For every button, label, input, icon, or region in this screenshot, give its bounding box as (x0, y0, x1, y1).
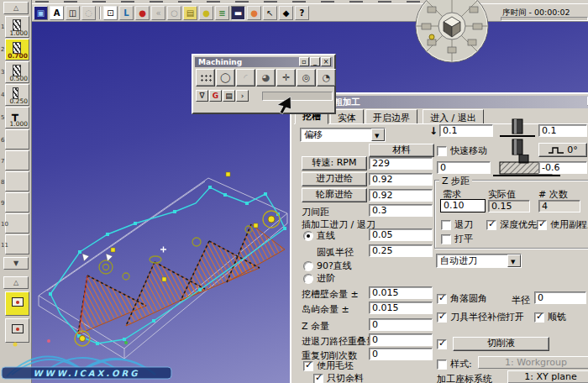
spindle-rpm-button[interactable]: 转速: RPM (302, 156, 367, 171)
tool-list-scroll-down[interactable]: ▼ (3, 257, 29, 270)
palette-close-icon[interactable]: × (321, 57, 331, 66)
repeat-cut-field[interactable]: 0 (369, 348, 433, 360)
profile-tool-icon[interactable]: ◯ (216, 69, 235, 87)
blank-part-icon[interactable]: ● (199, 6, 213, 20)
view-compass-wheel[interactable] (414, 0, 490, 64)
climb-mill-checkbox[interactable]: 顺铣 (534, 311, 566, 323)
display-settings-icon[interactable]: ▣ (34, 6, 48, 20)
copy-icon-disabled[interactable]: « (151, 6, 165, 20)
clearance-up-field[interactable]: 0.1 (538, 124, 587, 137)
main-toolbar: ▣ A ◫ ◌ ⊡ L ● « ○ ▤ ● ≡ ▬ ● ↖ ◆ ? 序时间 - … (32, 3, 588, 22)
simulator-button[interactable] (5, 291, 29, 316)
flatten-checkbox[interactable]: 打平 (441, 233, 473, 245)
radio-label: 进阶 (317, 272, 335, 285)
arc-radius-field[interactable]: 0.25 (369, 244, 433, 257)
tool-number: 3 (1, 69, 4, 76)
island-stock-field[interactable]: 0.015 (369, 302, 433, 314)
tab-entry-exit[interactable]: 进入 / 退出 (423, 109, 484, 124)
contour-feed-field[interactable]: 0.92 (369, 189, 433, 202)
surface-mill-icon[interactable]: ◜ (236, 69, 255, 87)
tab-open-boundary[interactable]: 开启边界 (365, 109, 417, 124)
tool-slot-2-selected[interactable]: 2 0.700 (5, 39, 29, 60)
tool-slot-8-empty[interactable]: 8 (5, 171, 29, 192)
offset-dropdown[interactable]: 偏移 (300, 128, 386, 142)
cutter-comp-checkbox[interactable]: 刀具半径补偿打开 (437, 311, 524, 323)
palette-pin-icon[interactable]: ▫ (299, 57, 309, 66)
pick-arrow-icon[interactable]: ↖ (263, 6, 277, 20)
circle-icon-disabled[interactable]: ○ (167, 6, 181, 20)
material-button[interactable]: 材料 (369, 144, 434, 157)
wall-stock-field[interactable]: 0.015 (369, 286, 433, 299)
rough-mill-icon[interactable]: ✛ (276, 69, 296, 87)
curve-tool-icon[interactable]: L (119, 6, 134, 20)
line-approach-radio[interactable]: 直线 (303, 229, 335, 242)
tool-list-scroll-up[interactable]: △ (3, 2, 29, 14)
tool-slot-6-empty[interactable]: 6 (5, 129, 29, 150)
required-step-field[interactable]: 0.10 (440, 199, 486, 212)
drill-cycle-icon[interactable]: ◎ (297, 69, 316, 87)
t-slot-cutter-icon: ┳ (12, 108, 18, 121)
chevron-down-icon[interactable] (507, 254, 521, 267)
tool-slot-4[interactable]: 4 0.250 (5, 84, 29, 106)
tool-slot-3[interactable]: 3 0.500 (5, 61, 29, 83)
point-pattern-tool-icon[interactable] (196, 69, 215, 87)
expand-arrow-icon[interactable]: › (236, 90, 249, 102)
palette-minimize-icon[interactable]: _ (310, 57, 320, 66)
tool-slot-9-empty[interactable]: 9 (5, 192, 29, 212)
simulation-icon[interactable]: ● (135, 6, 150, 20)
use-stock-checkbox[interactable]: 使用毛坯 (303, 359, 354, 372)
subprogram-checkbox[interactable]: 使用副程序 (537, 218, 588, 231)
retract-checkbox[interactable]: 退刀 (441, 218, 473, 231)
corner-fillet-checkbox[interactable]: 角落圆角 (437, 292, 487, 305)
layers-icon[interactable]: ≡ (215, 6, 229, 20)
rapid-move-checkbox[interactable]: 快速移动 (437, 144, 487, 157)
overlap-field[interactable]: 0 (369, 333, 433, 346)
radio-label: 直线 (317, 229, 335, 242)
filter-icon[interactable]: ∇ (196, 90, 208, 102)
tool-slot-11-empty[interactable]: 11 (5, 234, 29, 254)
corner-select-icon[interactable]: ◆ (279, 6, 293, 20)
stepover-field[interactable]: 0.3 (369, 204, 433, 217)
tool-slot-5[interactable]: 5 ┳ 1.000 (5, 107, 29, 129)
plunge-feed-field[interactable]: 0.92 (369, 173, 433, 186)
point-snap-icon[interactable]: ⊡ (103, 6, 118, 20)
annotation-icon[interactable]: A (50, 6, 64, 20)
coolant-button[interactable]: 切削液 (453, 337, 549, 351)
edit-path-icon[interactable]: ▤ (223, 90, 235, 102)
post-processor-button[interactable] (5, 318, 29, 343)
tool-slot-7-empty[interactable]: 7 (5, 150, 29, 171)
dialog-titlebar[interactable]: 程序 #1 粗加工 (293, 96, 588, 108)
chevron-down-icon[interactable] (371, 129, 385, 141)
fillet-radius-field[interactable]: 0 (534, 291, 586, 304)
contour-mill-icon[interactable]: ◔ (317, 69, 336, 87)
toolbar-separator (99, 7, 101, 19)
view-cube-icon[interactable]: ◫ (66, 6, 80, 20)
rest-material-checkbox[interactable]: 只切余料 (313, 372, 364, 383)
material-icon[interactable]: ● (247, 6, 261, 20)
tool-slot-10-empty[interactable]: 10 (5, 213, 29, 233)
coolant-checkbox[interactable] (437, 339, 447, 349)
plunge-feed-button[interactable]: 进刀进给 (302, 172, 367, 186)
entry-mode-dropdown[interactable]: 自动进刀 (436, 254, 522, 268)
depth-first-checkbox[interactable]: 深度优先 (486, 218, 537, 231)
top-z-field[interactable]: 0 (437, 161, 491, 174)
machine-cs-button[interactable]: 1: XY plane (507, 370, 588, 383)
gcode-icon[interactable]: G (209, 90, 222, 102)
pocket-mill-icon[interactable]: ◕ (256, 69, 276, 87)
line-length-field[interactable]: 0.05 (369, 228, 433, 241)
advanced-approach-radio[interactable]: 进阶 (303, 272, 335, 285)
light-toggle-icon[interactable] (429, 34, 434, 39)
spindle-rpm-field[interactable]: 229 (369, 157, 433, 170)
stock-box-icon[interactable]: ▤ (183, 6, 197, 20)
mode-scroll-up[interactable]: △ (3, 276, 29, 289)
bottom-z-field[interactable]: -0.6 (538, 161, 587, 174)
shading-icon[interactable]: ◌ (81, 6, 96, 20)
z-stock-field[interactable]: 0 (369, 318, 433, 331)
style-checkbox[interactable]: 样式: (437, 358, 472, 370)
contour-feed-button[interactable]: 轮廓进给 (302, 188, 367, 202)
clearance-down-field[interactable]: 0.1 (439, 124, 493, 137)
line90-approach-radio[interactable]: 90?直线 (303, 260, 352, 272)
tool-slot-1[interactable]: 1 1.000 (5, 16, 29, 38)
screen-flag-icon[interactable]: ▬ (231, 6, 245, 20)
context-help-icon[interactable]: ? (295, 6, 309, 20)
